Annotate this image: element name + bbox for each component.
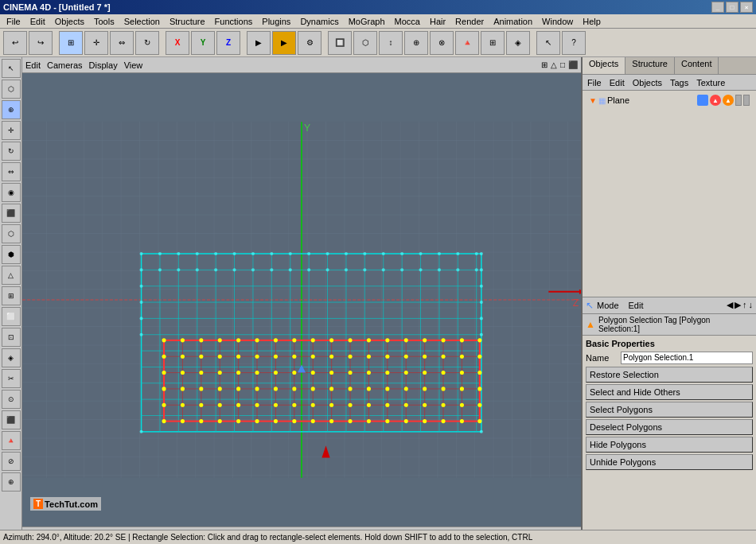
left-tool-2[interactable]: ⬡ [2, 80, 21, 99]
minimize-button[interactable]: _ [711, 2, 724, 13]
viewport-icon-2[interactable]: △ [551, 60, 557, 69]
render-full[interactable]: ▶ [272, 31, 296, 55]
redo-button[interactable]: ↪ [29, 31, 53, 55]
menu-tools[interactable]: Tools [89, 16, 119, 27]
left-tool-13[interactable]: ⬜ [2, 307, 21, 326]
select-tool[interactable]: ⊞ [59, 31, 83, 55]
left-tool-8[interactable]: ⬛ [2, 204, 21, 223]
viewport-icon-3[interactable]: □ [560, 60, 565, 69]
left-tool-17[interactable]: ⊙ [2, 390, 21, 409]
deselect-polygons-button[interactable]: Deselect Polygons [586, 419, 753, 435]
subtab-tags[interactable]: Tags [667, 78, 692, 87]
hide-polygons-button[interactable]: Hide Polygons [586, 437, 753, 453]
menu-window[interactable]: Window [537, 16, 578, 27]
menu-objects[interactable]: Objects [50, 16, 89, 27]
tag-icon-1[interactable] [697, 95, 708, 106]
menu-help[interactable]: Help [578, 16, 606, 27]
up-arrow[interactable]: ↑ [742, 300, 747, 310]
menu-dynamics[interactable]: Dynamics [295, 16, 343, 27]
left-tool-3[interactable]: ⊕ [2, 100, 21, 119]
edit-label[interactable]: Edit [629, 301, 644, 310]
undo-button[interactable]: ↩ [3, 31, 27, 55]
object-label[interactable]: Plane [607, 95, 629, 105]
viewport-icon-1[interactable]: ⊞ [541, 60, 548, 69]
left-tool-6[interactable]: ⇔ [2, 162, 21, 181]
menu-animation[interactable]: Animation [489, 16, 537, 27]
maximize-button[interactable]: □ [726, 2, 738, 13]
history-fwd[interactable]: ▶ [735, 300, 741, 310]
left-tool-4[interactable]: ✛ [2, 121, 21, 140]
help-button[interactable]: ? [562, 31, 586, 55]
menu-render[interactable]: Render [450, 16, 489, 27]
left-tool-18[interactable]: ⬛ [2, 410, 21, 429]
name-input[interactable] [621, 352, 753, 364]
left-tool-20[interactable]: ⊘ [2, 452, 21, 471]
subtab-file[interactable]: File [584, 78, 605, 87]
down-arrow[interactable]: ↓ [749, 300, 754, 310]
tool-4[interactable]: ⊕ [404, 31, 428, 55]
left-tool-1[interactable]: ↖ [2, 59, 21, 78]
tool-2[interactable]: ⬡ [353, 31, 377, 55]
left-tool-12[interactable]: ⊞ [2, 286, 21, 305]
mode-label[interactable]: Mode [597, 301, 619, 310]
menu-functions[interactable]: Functions [210, 16, 258, 27]
viewport-icon-4[interactable]: ⬛ [568, 60, 578, 69]
left-tool-5[interactable]: ↻ [2, 142, 21, 161]
unhide-polygons-button[interactable]: Unhide Polygons [586, 454, 753, 470]
left-tool-11[interactable]: △ [2, 266, 21, 285]
vis-icon-2[interactable] [743, 95, 750, 106]
tag-icon-3[interactable]: ▲ [723, 95, 734, 106]
object-triangle-icon: ▼ [589, 96, 597, 105]
left-tool-15[interactable]: ◈ [2, 348, 21, 367]
tab-content[interactable]: Content [675, 57, 719, 74]
subtab-edit[interactable]: Edit [606, 78, 628, 87]
menu-structure[interactable]: Structure [165, 16, 210, 27]
render-preview[interactable]: ▶ [247, 31, 271, 55]
axis-x[interactable]: X [166, 31, 189, 55]
axis-z[interactable]: Z [216, 31, 240, 55]
render-settings[interactable]: ⚙ [298, 31, 321, 55]
left-tool-21[interactable]: ⊕ [2, 472, 21, 492]
viewport-menu-display[interactable]: Display [89, 60, 118, 70]
menu-mocca[interactable]: Mocca [390, 16, 425, 27]
tool-1[interactable]: 🔲 [328, 31, 352, 55]
viewport-menu-view[interactable]: View [124, 60, 143, 70]
vis-icon-1[interactable] [735, 95, 742, 106]
restore-selection-button[interactable]: Restore Selection [586, 367, 753, 383]
move-tool[interactable]: ✛ [84, 31, 108, 55]
rotate-tool[interactable]: ↻ [135, 31, 159, 55]
menu-hair[interactable]: Hair [425, 16, 450, 27]
viewport-menu-cameras[interactable]: Cameras [47, 60, 83, 70]
menu-plugins[interactable]: Plugins [257, 16, 295, 27]
left-tool-19[interactable]: 🔺 [2, 431, 21, 450]
select-hide-others-button[interactable]: Select and Hide Others [586, 384, 753, 400]
tool-6[interactable]: 🔺 [455, 31, 479, 55]
tool-3[interactable]: ↕ [379, 31, 403, 55]
left-tool-9[interactable]: ⬡ [2, 224, 21, 243]
menu-file[interactable]: File [2, 16, 25, 27]
menu-mograph[interactable]: MoGraph [344, 16, 390, 27]
tag-icon-2[interactable]: ▲ [710, 95, 721, 106]
history-back[interactable]: ◀ [727, 300, 733, 310]
viewport-menu-edit[interactable]: Edit [25, 60, 41, 70]
viewport-3d[interactable]: Z Y [22, 73, 581, 527]
subtab-objects[interactable]: Objects [629, 78, 665, 87]
left-tool-16[interactable]: ✂ [2, 369, 21, 388]
left-tool-14[interactable]: ⊡ [2, 328, 21, 347]
tab-objects[interactable]: Objects [583, 57, 625, 74]
cursor-tool[interactable]: ↖ [536, 31, 560, 55]
title-bar-controls: _ □ × [711, 2, 753, 13]
axis-y[interactable]: Y [191, 31, 215, 55]
tab-structure[interactable]: Structure [625, 57, 675, 74]
left-tool-7[interactable]: ◉ [2, 183, 21, 202]
menu-edit[interactable]: Edit [25, 16, 50, 27]
scale-tool[interactable]: ⇔ [110, 31, 134, 55]
select-polygons-button[interactable]: Select Polygons [586, 402, 753, 418]
menu-selection[interactable]: Selection [119, 16, 165, 27]
tool-5[interactable]: ⊗ [430, 31, 454, 55]
tool-8[interactable]: ◈ [506, 31, 530, 55]
subtab-texture[interactable]: Texture [693, 78, 728, 87]
left-tool-10[interactable]: ⬢ [2, 245, 21, 264]
tool-7[interactable]: ⊞ [481, 31, 505, 55]
close-button[interactable]: × [740, 2, 753, 13]
